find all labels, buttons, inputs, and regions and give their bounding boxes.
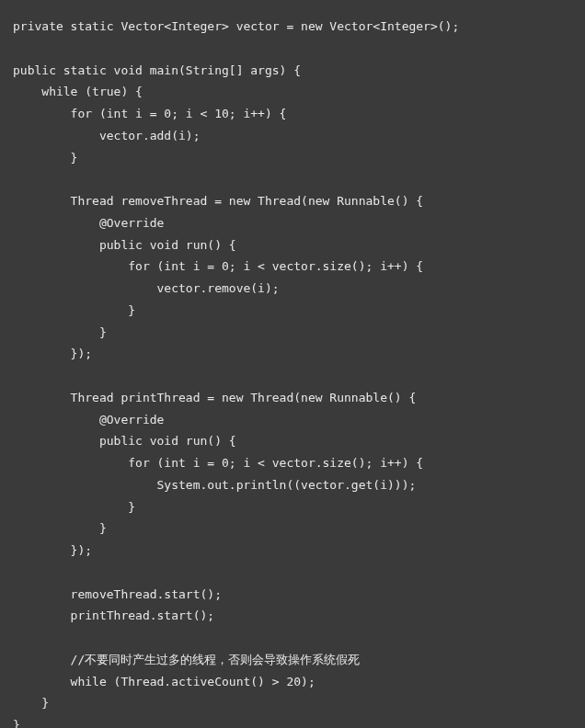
- code-content: private static Vector<Integer> vector = …: [13, 19, 459, 728]
- code-block: private static Vector<Integer> vector = …: [13, 17, 572, 728]
